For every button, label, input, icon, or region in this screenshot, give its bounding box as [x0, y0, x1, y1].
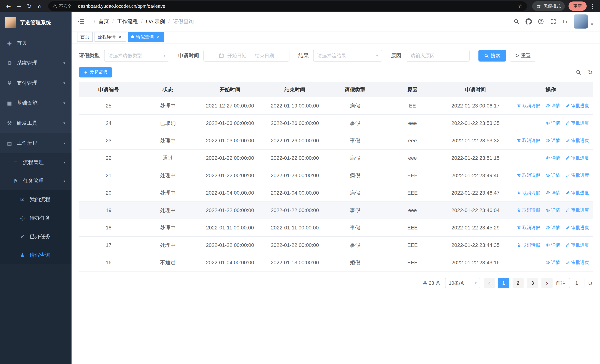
detail-link[interactable]: 详情	[545, 138, 560, 143]
sidebar-item[interactable]: ≣ 流程管理 ▾	[0, 153, 72, 172]
cancel-leave-link[interactable]: 取消请假	[517, 207, 540, 213]
eye-icon	[545, 260, 550, 265]
approval-progress-link[interactable]: 审批进度	[565, 138, 589, 143]
sidebar-item[interactable]: ▤ 工作流程 ▴	[0, 133, 72, 153]
approval-progress-link[interactable]: 审批进度	[565, 207, 589, 213]
page-number-button[interactable]: 3	[527, 278, 538, 288]
approval-progress-link[interactable]: 审批进度	[565, 190, 589, 196]
help-icon[interactable]	[538, 18, 544, 25]
trash-icon	[517, 225, 521, 230]
trash-icon	[517, 173, 521, 177]
forward-icon[interactable]: →	[14, 1, 24, 11]
browser-menu-icon[interactable]: ⋮	[589, 3, 596, 9]
search-button[interactable]: 搜索	[478, 50, 506, 62]
approval-progress-link[interactable]: 审批进度	[565, 155, 589, 161]
page-size-select[interactable]: 10条/页 ▾	[445, 278, 480, 288]
leave-type-select[interactable]: 请选择请假类型 ▾	[104, 50, 169, 62]
create-leave-button[interactable]: ＋ 发起请假	[79, 67, 112, 77]
chevron-down-icon: ▾	[475, 281, 477, 285]
avatar-caret-icon[interactable]: ▼	[591, 22, 593, 26]
next-page-button[interactable]: ›	[542, 278, 553, 288]
cell-reason: EEE	[383, 219, 442, 236]
breadcrumb-item[interactable]: /工作流程	[109, 18, 138, 25]
close-tab-icon[interactable]: ×	[156, 34, 161, 39]
detail-link[interactable]: 详情	[545, 172, 560, 178]
calendar-icon	[219, 53, 224, 58]
cell-start-time: 2021-12-27 00:00:00	[197, 97, 262, 114]
detail-link[interactable]: 详情	[545, 225, 560, 231]
detail-link[interactable]: 详情	[545, 242, 560, 248]
approval-progress-link[interactable]: 审批进度	[565, 260, 589, 265]
detail-link[interactable]: 详情	[545, 207, 560, 213]
column-header: 请假类型	[327, 82, 383, 97]
cancel-leave-link[interactable]: 取消请假	[517, 138, 540, 143]
sidebar-item[interactable]: ◉ 首页	[0, 33, 72, 53]
sidebar-item[interactable]: ⚑ 任务管理 ▴	[0, 172, 72, 190]
cell-actions: 详情 审批进度	[509, 254, 593, 271]
cell-end-time: 2022-01-22 00:00:00	[262, 236, 327, 254]
cancel-leave-link[interactable]: 取消请假	[517, 172, 540, 178]
page-tab[interactable]: 流程详情 ×	[94, 32, 126, 42]
page-number-button[interactable]: 1	[498, 278, 509, 288]
page-tab[interactable]: 首页	[77, 32, 93, 42]
sidebar-item[interactable]: ♟ 请假查询	[0, 246, 72, 264]
approval-progress-link[interactable]: 审批进度	[565, 242, 589, 248]
date-range-picker[interactable]: 开始日期 - 结束日期	[204, 50, 290, 62]
leave-icon: ♟	[19, 252, 26, 258]
font-size-icon[interactable]: TT	[562, 19, 568, 24]
github-icon[interactable]	[525, 18, 532, 25]
approval-progress-link[interactable]: 审批进度	[565, 103, 589, 109]
sidebar-item[interactable]: ✉ 我的流程	[0, 190, 72, 209]
navbar: /首页 /工作流程 /OA 示例 /请假查询 TT ▼	[72, 12, 600, 31]
close-tab-icon[interactable]: ×	[117, 34, 123, 39]
approval-progress-link[interactable]: 审批进度	[565, 225, 589, 231]
reload-icon[interactable]: ↻	[24, 1, 34, 11]
approval-progress-link[interactable]: 审批进度	[565, 172, 589, 178]
result-select[interactable]: 请选择流结果 ▾	[313, 50, 382, 62]
bookmark-star-icon[interactable]: ☆	[518, 3, 523, 9]
todo-icon: ◎	[19, 215, 26, 221]
home-icon[interactable]: ⌂	[35, 1, 45, 11]
sidebar-item[interactable]: ▣ 基础设施 ▾	[0, 93, 72, 113]
reset-button[interactable]: ↻ 重置	[510, 50, 536, 62]
sidebar-item[interactable]: ◎ 待办任务	[0, 209, 72, 227]
sidebar-toggle-icon[interactable]	[77, 18, 84, 25]
page-number-button[interactable]: 2	[513, 278, 524, 288]
eye-icon	[545, 173, 550, 177]
update-button[interactable]: 更新	[569, 1, 587, 11]
reason-input[interactable]: 请输入原因	[406, 50, 469, 62]
sidebar-item[interactable]: ⚙ 系统管理 ▾	[0, 53, 72, 73]
detail-link[interactable]: 详情	[545, 190, 560, 196]
prev-page-button[interactable]: ‹	[484, 278, 495, 288]
eye-icon	[545, 191, 550, 195]
fullscreen-icon[interactable]	[550, 18, 556, 25]
refresh-table-icon[interactable]: ↻	[588, 69, 593, 76]
approval-progress-link[interactable]: 审批进度	[565, 120, 589, 126]
refresh-icon: ↻	[515, 53, 519, 58]
breadcrumb-item[interactable]: /OA 示例	[138, 18, 165, 25]
app-logo[interactable]: 芋道管理系统	[0, 12, 72, 33]
cancel-leave-link[interactable]: 取消请假	[517, 225, 540, 231]
sidebar-item[interactable]: ⚒ 研发工具 ▾	[0, 113, 72, 133]
sidebar-menu: ◉ 首页 ⚙ 系统管理 ▾ ¥ 支付管理 ▾	[0, 33, 72, 264]
detail-link[interactable]: 详情	[545, 103, 560, 109]
cell-start-time: 2022-01-11 00:00:00	[197, 219, 262, 236]
breadcrumb-item[interactable]: /请假查询	[165, 18, 194, 25]
sidebar-item[interactable]: ✔ 已办任务	[0, 227, 72, 246]
security-warning[interactable]: 不安全	[53, 3, 72, 9]
user-avatar[interactable]	[574, 14, 588, 28]
cancel-leave-link[interactable]: 取消请假	[517, 242, 540, 248]
detail-link[interactable]: 详情	[545, 260, 560, 265]
cancel-leave-link[interactable]: 取消请假	[517, 103, 540, 109]
goto-page-input[interactable]	[569, 278, 584, 288]
back-icon[interactable]: ←	[4, 1, 13, 11]
page-tab[interactable]: 请假查询 ×	[128, 32, 164, 42]
sidebar-item[interactable]: ¥ 支付管理 ▾	[0, 73, 72, 93]
address-bar[interactable]: 不安全 dashboard.yudao.iocoder.cn/bpm/oa/le…	[48, 1, 527, 11]
search-icon[interactable]	[513, 18, 520, 25]
breadcrumb-item[interactable]: /首页	[90, 18, 109, 25]
detail-link[interactable]: 详情	[545, 155, 560, 161]
cancel-leave-link[interactable]: 取消请假	[517, 190, 540, 196]
detail-link[interactable]: 详情	[545, 120, 560, 126]
toggle-search-icon[interactable]	[576, 69, 581, 75]
